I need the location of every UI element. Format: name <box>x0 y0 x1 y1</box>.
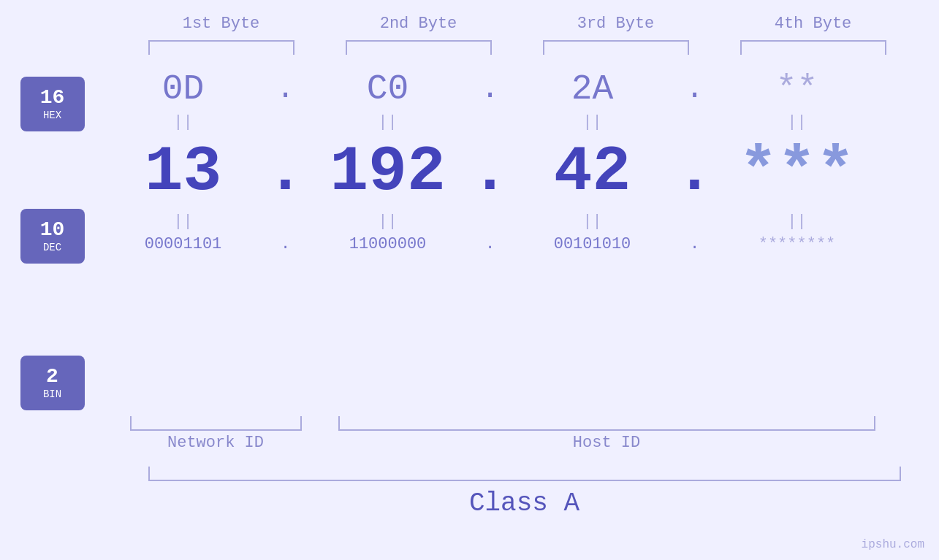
bracket-top-3 <box>543 40 689 55</box>
dec-b1: 13 <box>145 136 222 208</box>
hex-row: 0D . C0 . 2A . ** <box>99 69 934 109</box>
equals-row-1: || || || || <box>99 113 934 131</box>
main-container: 1st Byte 2nd Byte 3rd Byte 4th Byte 16 H… <box>0 0 939 560</box>
watermark: ipshu.com <box>862 538 924 551</box>
bin-b1: 00001101 <box>145 235 222 253</box>
byte1-header: 1st Byte <box>137 15 305 33</box>
eq1-b4: || <box>713 113 881 131</box>
bin-num: 2 <box>46 367 58 387</box>
bin-b2: 11000000 <box>349 235 427 253</box>
eq1-b2: || <box>304 113 472 131</box>
dec-b4-cell: *** <box>713 136 881 208</box>
eq2-b1: || <box>99 212 267 231</box>
hex-b4-cell: ** <box>713 69 881 109</box>
hex-b4: ** <box>776 69 818 109</box>
eq2-b4: || <box>713 212 881 231</box>
bin-badge: 2 BIN <box>20 356 85 410</box>
byte-headers: 1st Byte 2nd Byte 3rd Byte 4th Byte <box>123 15 912 33</box>
bottom-labels: Network ID Host ID <box>130 434 919 452</box>
data-rows: 0D . C0 . 2A . ** || || <box>99 69 934 253</box>
dec-dot2: . <box>472 136 509 208</box>
eq2-b3: || <box>509 212 677 231</box>
bin-b4-cell: ******** <box>713 235 881 253</box>
dec-b2: 192 <box>330 136 445 208</box>
hex-dot1: . <box>267 72 304 107</box>
bin-dot3-val: . <box>690 235 699 253</box>
equals-row-2: || || || || <box>99 212 934 231</box>
main-area: 16 HEX 10 DEC 2 BIN 0D . <box>20 69 934 410</box>
eq1-dot2 <box>472 113 509 131</box>
bin-dot2-val: . <box>485 235 495 253</box>
eq1-dot3 <box>677 113 713 131</box>
eq1-b1: || <box>99 113 267 131</box>
class-row: Class A <box>130 467 919 518</box>
byte4-header: 4th Byte <box>729 15 897 33</box>
bracket-top-1 <box>148 40 294 55</box>
eq1-dot1 <box>267 113 304 131</box>
dec-dot2-val: . <box>471 136 509 208</box>
bin-b3: 00101010 <box>554 235 631 253</box>
bracket-host <box>338 416 875 431</box>
hex-b1-cell: 0D <box>99 69 267 109</box>
host-id-label: Host ID <box>338 434 875 452</box>
bin-base: BIN <box>43 388 61 400</box>
dec-b2-cell: 192 <box>304 136 472 208</box>
bin-dot2: . <box>472 235 509 253</box>
eq2-dot1 <box>267 212 304 231</box>
dec-dot3-val: . <box>675 136 714 208</box>
hex-b3: 2A <box>571 69 614 109</box>
bottom-area: Network ID Host ID <box>130 416 919 452</box>
bin-dot1-val: . <box>281 235 290 253</box>
dec-b4: *** <box>739 136 854 208</box>
bin-b4: ******** <box>759 235 836 253</box>
bin-dot3: . <box>677 235 713 253</box>
dec-row: 13 . 192 . 42 . *** <box>99 136 934 208</box>
hex-b2: C0 <box>367 69 409 109</box>
bracket-network <box>130 416 302 431</box>
dec-base: DEC <box>43 242 61 253</box>
bracket-top-2 <box>346 40 492 55</box>
top-brackets <box>123 40 912 55</box>
byte2-header: 2nd Byte <box>335 15 503 33</box>
hex-num: 16 <box>40 88 65 108</box>
hex-b2-cell: C0 <box>304 69 472 109</box>
eq2-dot2 <box>472 212 509 231</box>
network-id-label: Network ID <box>130 434 302 452</box>
eq1-b3: || <box>509 113 677 131</box>
bin-b2-cell: 11000000 <box>304 235 472 253</box>
hex-badge: 16 HEX <box>20 77 85 131</box>
hex-b1: 0D <box>162 69 205 109</box>
class-bracket <box>148 467 901 481</box>
eq2-dot3 <box>677 212 713 231</box>
bracket-top-4 <box>740 40 886 55</box>
hex-b3-cell: 2A <box>509 69 677 109</box>
bin-b1-cell: 00001101 <box>99 235 267 253</box>
dec-dot3: . <box>677 136 713 208</box>
dec-b3-cell: 42 <box>509 136 677 208</box>
hex-dot2: . <box>472 72 509 107</box>
dec-badge: 10 DEC <box>20 209 85 264</box>
bin-dot1: . <box>267 235 304 253</box>
labels-column: 16 HEX 10 DEC 2 BIN <box>20 77 85 410</box>
hex-base: HEX <box>43 110 61 121</box>
bottom-brackets <box>130 416 919 431</box>
class-label: Class A <box>469 488 579 518</box>
dec-b1-cell: 13 <box>99 136 267 208</box>
bin-row: 00001101 . 11000000 . 00101010 . <box>99 235 934 253</box>
dec-b3: 42 <box>554 136 631 208</box>
dec-dot1-val: . <box>266 136 305 208</box>
dec-dot1: . <box>267 136 304 208</box>
dec-num: 10 <box>40 220 65 240</box>
byte3-header: 3rd Byte <box>532 15 700 33</box>
bin-b3-cell: 00101010 <box>509 235 677 253</box>
hex-dot3: . <box>677 72 713 107</box>
eq2-b2: || <box>304 212 472 231</box>
